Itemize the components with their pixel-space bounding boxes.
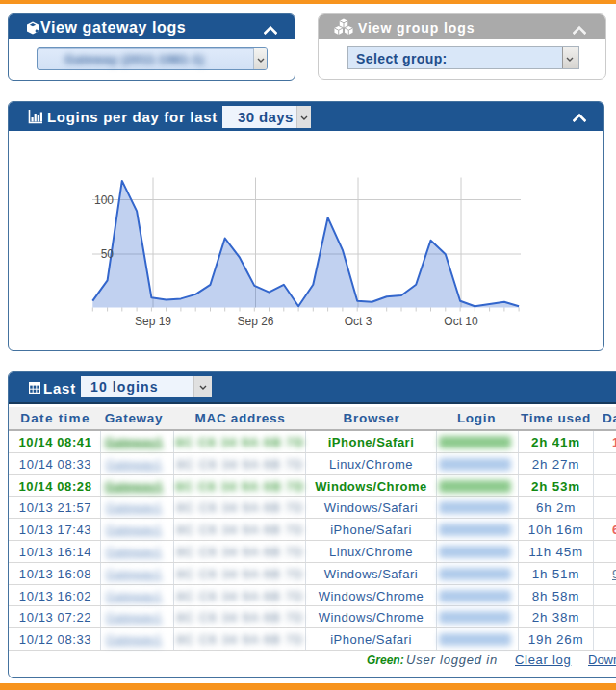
svg-text:Oct 10: Oct 10 — [444, 315, 478, 328]
svg-text:Sep 19: Sep 19 — [135, 315, 171, 328]
svg-text:100: 100 — [94, 193, 114, 207]
svg-text:Sep 26: Sep 26 — [237, 315, 273, 328]
svg-text:Oct 3: Oct 3 — [345, 315, 372, 328]
svg-text:50: 50 — [101, 247, 115, 261]
